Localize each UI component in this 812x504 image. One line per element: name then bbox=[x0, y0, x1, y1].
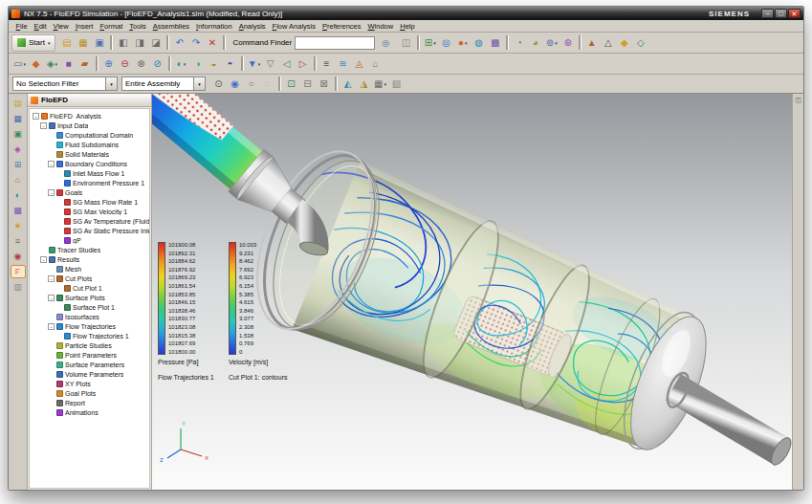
resource-bar-icon[interactable]: ⌂ bbox=[11, 173, 26, 186]
tree-item[interactable]: Tracer Studies bbox=[30, 245, 149, 254]
resource-bar-icon[interactable]: ≡ bbox=[11, 234, 26, 248]
toolbar-icon[interactable]: ▦ ▾ bbox=[372, 76, 388, 92]
resource-bar-icon[interactable]: ◈ bbox=[11, 142, 26, 156]
toolbar-icon[interactable]: ◆ bbox=[616, 34, 632, 51]
tree-expander[interactable] bbox=[48, 352, 55, 359]
tree-expander[interactable] bbox=[48, 314, 55, 320]
tree-item[interactable]: - Cut Plots bbox=[30, 274, 149, 283]
tree-item[interactable]: - Surface Plots bbox=[30, 293, 149, 302]
toolbar-icon[interactable]: ◪ bbox=[147, 34, 164, 51]
chevron-down-icon[interactable]: ▾ bbox=[193, 77, 205, 90]
resource-bar-icon[interactable]: ◉ bbox=[11, 250, 26, 263]
toolbar-icon[interactable]: ▦ bbox=[75, 34, 91, 51]
graphics-viewport[interactable]: X Y Z 101900.08101892.31101884.62101876.… bbox=[152, 94, 792, 490]
tree-item[interactable]: - Goals bbox=[30, 187, 149, 197]
tree-item[interactable]: Volume Parameters bbox=[30, 369, 149, 379]
menu-item[interactable]: View bbox=[50, 22, 72, 31]
toolbar-icon[interactable]: ◌ bbox=[259, 76, 275, 92]
menu-item[interactable]: Analysis bbox=[235, 22, 269, 31]
toolbar-icon[interactable]: ▤ bbox=[58, 34, 75, 51]
tree-item[interactable]: Isosurfaces bbox=[30, 312, 149, 321]
menu-item[interactable]: Tools bbox=[126, 22, 150, 31]
tree-expander[interactable]: - bbox=[48, 189, 55, 196]
toolbar-icon[interactable]: ↷ bbox=[187, 34, 204, 51]
menu-item[interactable]: Help bbox=[397, 22, 418, 31]
tree-item[interactable]: Point Parameters bbox=[30, 350, 149, 360]
tree-expander[interactable] bbox=[55, 228, 62, 234]
tree-item[interactable]: SG Av Static Pressure Inlet bbox=[30, 226, 149, 235]
maximize-button[interactable]: □ bbox=[775, 9, 787, 18]
tree-expander[interactable] bbox=[48, 390, 55, 397]
minimize-button[interactable]: − bbox=[761, 9, 774, 18]
selection-scope-dropdown[interactable]: Entire Assembly ▾ bbox=[121, 77, 206, 91]
toolbar-icon[interactable]: △ bbox=[600, 34, 616, 51]
menu-item[interactable]: Insert bbox=[72, 22, 97, 31]
resource-bar-icon[interactable]: F bbox=[11, 265, 26, 278]
tree-expander[interactable] bbox=[48, 362, 55, 368]
tree-item[interactable]: XY Plots bbox=[30, 379, 149, 388]
tree-expander[interactable] bbox=[55, 304, 62, 311]
toolbar-icon[interactable]: ◍ bbox=[471, 34, 487, 51]
menu-item[interactable]: Edit bbox=[31, 22, 50, 31]
toolbar-icon[interactable]: ⊙ bbox=[210, 76, 227, 92]
binoculars-icon[interactable]: ◎ bbox=[378, 35, 393, 50]
tree-item[interactable]: Surface Plot 1 bbox=[30, 302, 149, 312]
toolbar-icon[interactable]: ⊘ bbox=[149, 55, 165, 72]
tree-expander[interactable] bbox=[55, 199, 62, 206]
tree-item[interactable]: - Boundary Conditions bbox=[30, 159, 149, 168]
tree-expander[interactable]: - bbox=[40, 122, 47, 129]
toolbar-icon[interactable]: ◕ bbox=[527, 34, 543, 51]
tree-item[interactable]: Inlet Mass Flow 1 bbox=[30, 168, 149, 178]
menu-item[interactable]: Format bbox=[97, 22, 126, 31]
toolbar-icon[interactable]: ⊚ ▾ bbox=[543, 34, 560, 51]
toolbar-icon[interactable]: ⊗ bbox=[133, 55, 149, 72]
start-menu-button[interactable]: Start ▾ bbox=[11, 34, 55, 52]
toolbar-icon[interactable]: ◨ bbox=[131, 34, 147, 51]
selection-filter-dropdown[interactable]: No Selection Filter ▾ bbox=[12, 77, 118, 91]
chevron-down-icon[interactable]: ▾ bbox=[105, 77, 117, 90]
toolbar-icon[interactable]: ▲ bbox=[583, 34, 600, 51]
tree-item[interactable]: - Flow Trajectories bbox=[30, 321, 149, 331]
toolbar-icon[interactable]: ◧ bbox=[115, 34, 131, 51]
resource-bar-icon[interactable]: ▦ bbox=[11, 112, 26, 125]
toolbar-icon[interactable]: ◎ bbox=[438, 34, 454, 51]
tree-item[interactable]: Flow Trajectories 1 bbox=[30, 331, 149, 340]
tree-item[interactable]: Fluid Subdomains bbox=[30, 140, 149, 149]
tree-expander[interactable] bbox=[48, 381, 55, 387]
tree-expander[interactable] bbox=[48, 409, 55, 416]
tree-expander[interactable]: - bbox=[48, 275, 55, 282]
tree-expander[interactable] bbox=[40, 247, 47, 253]
tree-item[interactable]: Goal Plots bbox=[30, 388, 149, 398]
resource-bar-icon[interactable]: ▣ bbox=[11, 127, 26, 141]
toolbar-icon[interactable]: ⊟ bbox=[299, 76, 316, 92]
toolbar-icon[interactable]: ◬ bbox=[351, 55, 367, 72]
tree-expander[interactable] bbox=[55, 170, 62, 177]
tree-item[interactable]: SG Mass Flow Rate 1 bbox=[30, 197, 149, 207]
tree-item[interactable]: Solid Materials bbox=[30, 149, 149, 159]
resource-bar-icon[interactable]: ★ bbox=[11, 219, 26, 232]
tree-item[interactable]: Cut Plot 1 bbox=[30, 283, 149, 293]
toolbar-icon[interactable]: ⊠ bbox=[316, 76, 332, 92]
tree-expander[interactable] bbox=[48, 151, 55, 158]
toolbar-icon[interactable]: ≋ bbox=[335, 55, 351, 72]
resource-bar-icon[interactable]: ▩ bbox=[11, 204, 26, 217]
toolbar-icon[interactable]: ⊞ ▾ bbox=[422, 34, 438, 51]
tree-item[interactable]: Computational Domain bbox=[30, 130, 149, 140]
tree-expander[interactable]: - bbox=[48, 323, 55, 330]
toolbar-icon[interactable]: ▰ bbox=[77, 55, 93, 72]
menu-item[interactable]: Information bbox=[193, 22, 236, 31]
tree-item[interactable]: gP bbox=[30, 235, 149, 245]
toolbar-icon[interactable]: ◉ bbox=[227, 76, 243, 92]
toolbar-icon[interactable]: ▩ bbox=[487, 34, 503, 51]
toolbar-icon[interactable]: ▣ bbox=[91, 34, 107, 51]
toolbar-icon[interactable]: ■ bbox=[60, 55, 77, 72]
toolbar-icon[interactable]: ● ▾ bbox=[454, 34, 471, 51]
toolbar-icon[interactable]: ◆ bbox=[28, 55, 44, 72]
toolbar-icon[interactable]: ◑ bbox=[189, 55, 206, 72]
toolbar-icon[interactable]: ↶ bbox=[171, 34, 187, 51]
tree-expander[interactable] bbox=[48, 266, 55, 273]
menu-item[interactable]: Flow Analysis bbox=[269, 22, 318, 31]
toolbar-icon[interactable]: ⊛ bbox=[560, 34, 576, 51]
toolbar-icon[interactable]: ◓ bbox=[222, 55, 238, 72]
tree-item[interactable]: Animations bbox=[30, 407, 149, 417]
